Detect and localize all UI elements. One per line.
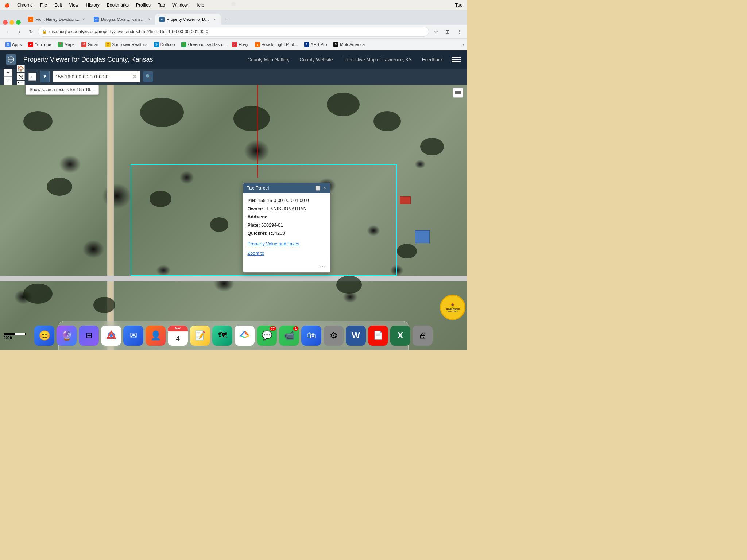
- nav-interactive-map[interactable]: Interactive Map of Lawrence, KS: [342, 55, 413, 64]
- bookmark-greenhouse[interactable]: 🌿 Greenhouse Dash...: [179, 41, 228, 48]
- search-clear-button[interactable]: ✕: [133, 74, 137, 79]
- menu-tab[interactable]: Tab: [156, 2, 166, 8]
- dock-launchpad[interactable]: ⊞: [79, 326, 99, 346]
- dock-chrome[interactable]: [101, 326, 121, 346]
- popup-close-button[interactable]: ✕: [323, 186, 326, 191]
- dock-excel[interactable]: X: [390, 326, 410, 346]
- reload-button[interactable]: ↻: [26, 27, 36, 36]
- ebay-icon: e: [232, 42, 237, 47]
- dock-acrobat[interactable]: 📄: [368, 326, 388, 346]
- bookmark-gmail[interactable]: M Gmail: [79, 41, 101, 48]
- menu-chrome[interactable]: Chrome: [16, 2, 34, 8]
- bookmark-youtube[interactable]: ▶ YouTube: [26, 41, 54, 48]
- tab-close-property[interactable]: ✕: [213, 18, 216, 22]
- zoom-in-button[interactable]: +: [4, 69, 12, 77]
- sunflower-icon: 🌻: [105, 42, 111, 47]
- tab-property-viewer[interactable]: P Property Viewer for Douglas Co ✕: [155, 14, 221, 25]
- scale-line: [4, 333, 26, 335]
- popup-body: PIN: 155-16-0-00-00-001.00-0 Owner: TENN…: [243, 193, 330, 261]
- popup-owner: Owner: TENNIS JONATHAN: [248, 205, 326, 213]
- locate-button[interactable]: ◎: [17, 73, 25, 80]
- popup-resize-button[interactable]: ⬜: [315, 186, 321, 191]
- bookmark-ebay[interactable]: e Ebay: [229, 41, 251, 48]
- tab-title-douglas: Douglas County, Kansas -: [101, 17, 146, 22]
- nav-county-website[interactable]: County Website: [298, 55, 335, 64]
- menu-window[interactable]: Window: [171, 2, 189, 8]
- search-dropdown[interactable]: ▼: [40, 71, 50, 82]
- dock-finder[interactable]: 😊: [34, 326, 54, 346]
- bookmark-dotloop-label: Dotloop: [160, 42, 175, 47]
- map-layers-button[interactable]: [453, 88, 463, 98]
- dock-calendar[interactable]: MAY 4: [168, 326, 188, 346]
- menu-view[interactable]: View: [68, 2, 80, 8]
- facetime-badge: 1: [293, 326, 298, 331]
- bookmark-apps-label: Apps: [12, 42, 22, 47]
- dock-appstore[interactable]: 🛍: [301, 326, 321, 346]
- url-bar[interactable]: 🔒 gis.douglascountyks.org/propertyviewer…: [38, 27, 429, 37]
- sunflower-circle: 🌻 SUNFLOWER REALTORS: [440, 295, 465, 320]
- bookmark-sunflower[interactable]: 🌻 Sunflower Realtors: [103, 41, 150, 48]
- menu-edit[interactable]: Edit: [53, 2, 63, 8]
- bookmark-ahspro[interactable]: A AHS Pro: [302, 41, 330, 48]
- menu-bookmarks[interactable]: Bookmarks: [105, 2, 130, 8]
- dock-facetime[interactable]: 📹 1: [279, 326, 299, 346]
- back-button[interactable]: ‹: [3, 27, 12, 36]
- popup-address-label: Address:: [248, 214, 267, 219]
- forward-button[interactable]: ›: [15, 27, 24, 36]
- dock-notes[interactable]: 📝: [190, 326, 210, 346]
- dock-siri[interactable]: 🔮: [57, 326, 77, 346]
- menu-file[interactable]: File: [39, 2, 49, 8]
- dock-contacts[interactable]: 👤: [146, 326, 166, 346]
- zoom-out-button[interactable]: −: [4, 77, 12, 85]
- tree-cluster-2: [140, 98, 184, 127]
- bookmark-lightpilot[interactable]: 🔥 How to Light Pilot...: [252, 41, 300, 48]
- menu-profiles[interactable]: Profiles: [135, 2, 152, 8]
- tab-harley[interactable]: H Front Harley-Davidson Touring ✕: [24, 14, 89, 25]
- nav-feedback[interactable]: Feedback: [421, 55, 444, 64]
- dock-fax[interactable]: 🖨: [413, 326, 433, 346]
- menu-help[interactable]: Help: [194, 2, 206, 8]
- dock-maps[interactable]: 🗺: [212, 326, 232, 346]
- dock-photos[interactable]: [235, 326, 255, 346]
- bookmark-star-button[interactable]: ☆: [431, 27, 441, 36]
- more-options-button[interactable]: ⋮: [454, 27, 464, 36]
- popup-owner-label: Owner:: [248, 206, 263, 211]
- apple-menu[interactable]: 🍎: [3, 2, 11, 8]
- search-go-button[interactable]: 🔍: [143, 71, 153, 82]
- minimize-button[interactable]: [9, 20, 14, 25]
- bookmark-apps[interactable]: ⊞ Apps: [3, 41, 24, 48]
- scale-half-white: [15, 333, 25, 335]
- tab-close-douglas[interactable]: ✕: [148, 18, 151, 22]
- home-button[interactable]: 🏠: [17, 65, 25, 72]
- dock-messages[interactable]: 💬 77: [257, 326, 277, 346]
- nav-county-map[interactable]: County Map Gallery: [246, 55, 291, 64]
- popup-more-button[interactable]: ···: [319, 263, 326, 269]
- bookmark-star[interactable]: »: [461, 42, 464, 47]
- dock-system-prefs[interactable]: ⚙: [324, 326, 344, 346]
- dock-word[interactable]: W: [346, 326, 366, 346]
- popup-address: Address:: [248, 213, 326, 221]
- tab-douglas[interactable]: G Douglas County, Kansas - ✕: [89, 14, 155, 25]
- menu-history[interactable]: History: [85, 2, 101, 8]
- bookmark-motoamerica[interactable]: M MotoAmerica: [331, 41, 367, 48]
- tab-close-harley[interactable]: ✕: [82, 18, 85, 22]
- close-button[interactable]: [3, 20, 8, 25]
- bookmark-dotloop[interactable]: ◎ Dotloop: [151, 41, 178, 48]
- tree-cluster-13: [374, 111, 401, 131]
- zoom-to-link[interactable]: Zoom to: [248, 249, 326, 258]
- property-value-taxes-link[interactable]: Property Value and Taxes: [248, 240, 326, 248]
- dotloop-icon: ◎: [154, 42, 159, 47]
- layers-button[interactable]: [452, 55, 461, 64]
- extensions-button[interactable]: ⊞: [443, 27, 452, 36]
- calendar-day: 4: [176, 334, 180, 343]
- map-area[interactable]: Tax Parcel ⬜ ✕ PIN: 155-16-0-00-00-001.0…: [0, 85, 467, 350]
- dock-mail[interactable]: ✉: [123, 326, 143, 346]
- sunflower-label: 🌻 SUNFLOWER REALTORS: [446, 302, 460, 312]
- new-tab-button[interactable]: +: [222, 15, 232, 25]
- maximize-button[interactable]: [16, 20, 21, 25]
- scale-half-black: [4, 333, 15, 335]
- back-map-button[interactable]: ←: [28, 73, 36, 81]
- search-input[interactable]: 155-16-0-00-00-001.00-0: [55, 74, 131, 79]
- calendar-month: MAY: [175, 327, 181, 330]
- bookmark-maps[interactable]: 📍 Maps: [55, 41, 77, 48]
